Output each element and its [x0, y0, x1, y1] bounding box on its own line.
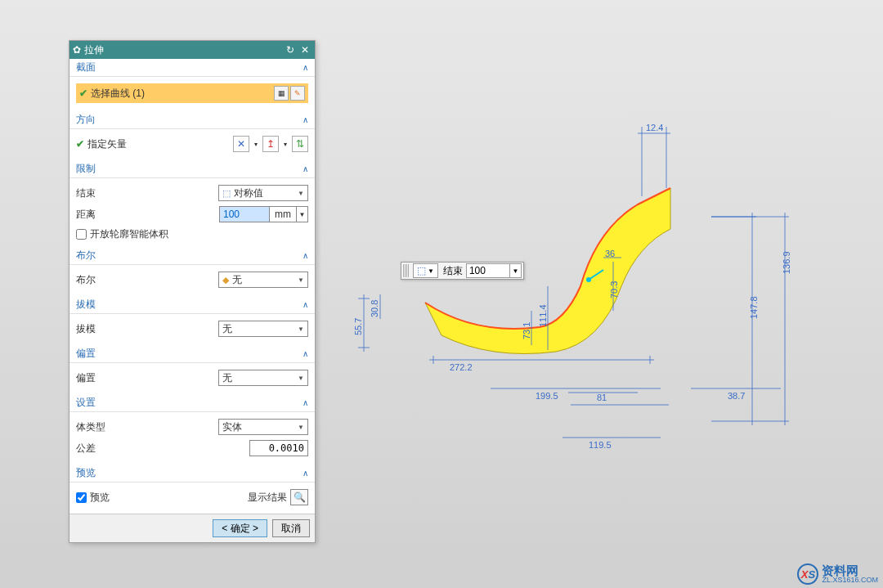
- dim-70-3: 70.3: [609, 281, 619, 298]
- section-label: 截面: [76, 61, 96, 74]
- section-header-preview[interactable]: 预览 ∧: [69, 465, 315, 483]
- offset-value: 无: [222, 371, 298, 385]
- chevron-down-icon: ▼: [298, 424, 304, 431]
- show-result-label: 显示结果: [248, 491, 287, 505]
- titlebar[interactable]: ✿ 拉伸 ↻ ✕: [69, 41, 315, 59]
- grip-icon[interactable]: [403, 264, 410, 277]
- dim-199-5: 199.5: [536, 391, 558, 401]
- preview-checkbox[interactable]: [76, 492, 87, 503]
- dim-111-4: 111.4: [538, 304, 548, 327]
- chevron-down-icon[interactable]: ▼: [510, 263, 522, 278]
- gear-icon[interactable]: ✿: [73, 44, 81, 56]
- chevron-up-icon: ∧: [303, 115, 308, 124]
- offset-dropdown[interactable]: 无 ▼: [218, 370, 308, 386]
- section-body-section: ✔ 选择曲线 (1) ▦ ✎: [69, 77, 315, 111]
- ok-button[interactable]: < 确定 >: [213, 519, 267, 537]
- chevron-down-icon: ▼: [298, 375, 304, 382]
- reverse-direction-icon[interactable]: ⇅: [292, 136, 308, 152]
- distance-input[interactable]: [219, 206, 270, 222]
- watermark-logo-icon: XS: [797, 563, 818, 585]
- extrude-dialog: ✿ 拉伸 ↻ ✕ 截面 ∧ ✔ 选择曲线 (1) ▦ ✎ 方向 ∧ ✔ 指定矢量…: [69, 40, 316, 543]
- magnifier-icon[interactable]: 🔍: [290, 489, 308, 505]
- section-header-boolean[interactable]: 布尔 ∧: [69, 247, 315, 265]
- check-icon: ✔: [79, 88, 87, 99]
- chevron-down-icon: ▼: [298, 325, 304, 333]
- svg-point-1: [586, 277, 591, 282]
- chevron-down-icon: ▼: [298, 276, 304, 284]
- inferred-vector-icon[interactable]: ↥: [262, 136, 279, 152]
- settings-label: 设置: [76, 396, 96, 410]
- distance-label: 距离: [76, 208, 150, 222]
- dialog-footer: < 确定 > 取消: [69, 514, 315, 542]
- section-header-settings[interactable]: 设置 ∧: [69, 394, 315, 412]
- dim-81: 81: [597, 393, 607, 402]
- open-contour-label: 开放轮廓智能体积: [90, 227, 168, 241]
- dim-73-1: 73.1: [522, 322, 531, 339]
- tolerance-input[interactable]: [249, 440, 308, 456]
- boolean-field-label: 布尔: [76, 273, 150, 287]
- hud-end-label: 结束: [443, 264, 463, 278]
- dropdown-arrow-icon[interactable]: ▾: [280, 136, 290, 152]
- hud-distance-input[interactable]: [466, 263, 510, 278]
- dim-272-2: 272.2: [450, 362, 473, 372]
- vector-dialog-icon[interactable]: ✕: [233, 136, 249, 152]
- body-type-label: 体类型: [76, 420, 150, 434]
- draft-label: 拔模: [76, 298, 96, 312]
- dim-147-8: 147.8: [749, 296, 759, 319]
- chevron-up-icon: ∧: [303, 251, 308, 260]
- select-curve-label: 选择曲线 (1): [91, 87, 272, 101]
- dim-36: 36: [605, 249, 615, 258]
- select-curve-row[interactable]: ✔ 选择曲线 (1) ▦ ✎: [76, 83, 308, 103]
- dim-12-4: 12.4: [646, 123, 663, 132]
- symmetric-value-icon: ⬚: [222, 188, 231, 199]
- chevron-up-icon: ∧: [303, 164, 308, 173]
- close-icon[interactable]: ✕: [298, 43, 312, 56]
- body-type-value: 实体: [222, 420, 298, 434]
- cycle-icon[interactable]: ↻: [284, 43, 297, 56]
- section-header-section[interactable]: 截面 ∧: [69, 59, 315, 77]
- section-body-settings: 体类型 实体 ▼ 公差: [69, 412, 315, 465]
- preview-checkbox-label: 预览: [90, 491, 110, 505]
- sketch-section-icon[interactable]: ▦: [274, 86, 289, 101]
- preview-label: 预览: [76, 466, 96, 480]
- dialog-title: 拉伸: [84, 43, 104, 57]
- dropdown-arrow-icon[interactable]: ▾: [251, 136, 261, 152]
- dim-119-5: 119.5: [589, 440, 612, 450]
- watermark-url: ZL.XS1616.COM: [822, 577, 878, 584]
- hud-end-type-dropdown[interactable]: ⬚ ▼: [413, 263, 438, 278]
- chevron-down-icon[interactable]: ▼: [297, 206, 308, 222]
- cancel-button[interactable]: 取消: [272, 519, 310, 537]
- section-body-offset: 偏置 无 ▼: [69, 363, 315, 394]
- section-body-draft: 拔模 无 ▼: [69, 314, 315, 345]
- section-header-offset[interactable]: 偏置 ∧: [69, 345, 315, 363]
- end-dropdown[interactable]: ⬚ 对称值 ▼: [218, 185, 308, 201]
- section-header-limits[interactable]: 限制 ∧: [69, 160, 315, 178]
- section-body-direction: ✔ 指定矢量 ✕ ▾ ↥ ▾ ⇅: [69, 129, 315, 160]
- none-icon: ◆: [222, 275, 229, 285]
- offset-label: 偏置: [76, 347, 96, 361]
- body-type-dropdown[interactable]: 实体 ▼: [218, 419, 308, 435]
- boolean-label: 布尔: [76, 249, 96, 263]
- section-header-direction[interactable]: 方向 ∧: [69, 111, 315, 129]
- chevron-down-icon: ▼: [298, 190, 304, 197]
- distance-input-group: mm ▼: [219, 206, 308, 222]
- open-contour-checkbox[interactable]: [76, 229, 87, 240]
- vector-icon-group: ✕ ▾ ↥ ▾ ⇅: [233, 136, 308, 152]
- section-header-draft[interactable]: 拔模 ∧: [69, 296, 315, 314]
- chevron-up-icon: ∧: [303, 398, 308, 407]
- watermark-text: 资料网: [822, 564, 878, 577]
- offset-field-label: 偏置: [76, 371, 150, 385]
- section-body-boolean: 布尔 ◆ 无 ▼: [69, 265, 315, 296]
- chevron-up-icon: ∧: [303, 63, 308, 72]
- watermark: XS 资料网 ZL.XS1616.COM: [797, 563, 878, 585]
- dynamic-input-hud[interactable]: ⬚ ▼ 结束 ▼: [401, 262, 524, 280]
- curve-rule-icon[interactable]: ✎: [290, 86, 305, 101]
- draft-dropdown[interactable]: 无 ▼: [218, 321, 308, 337]
- viewport-3d[interactable]: 12.4 136.9 147.8 70.3 36 81 199.5 119.5 …: [327, 98, 850, 491]
- draft-value: 无: [222, 322, 298, 336]
- chevron-up-icon: ∧: [303, 300, 308, 309]
- dim-136-9: 136.9: [782, 251, 791, 274]
- end-value: 对称值: [234, 186, 298, 200]
- limits-label: 限制: [76, 162, 96, 176]
- boolean-dropdown[interactable]: ◆ 无 ▼: [218, 272, 308, 288]
